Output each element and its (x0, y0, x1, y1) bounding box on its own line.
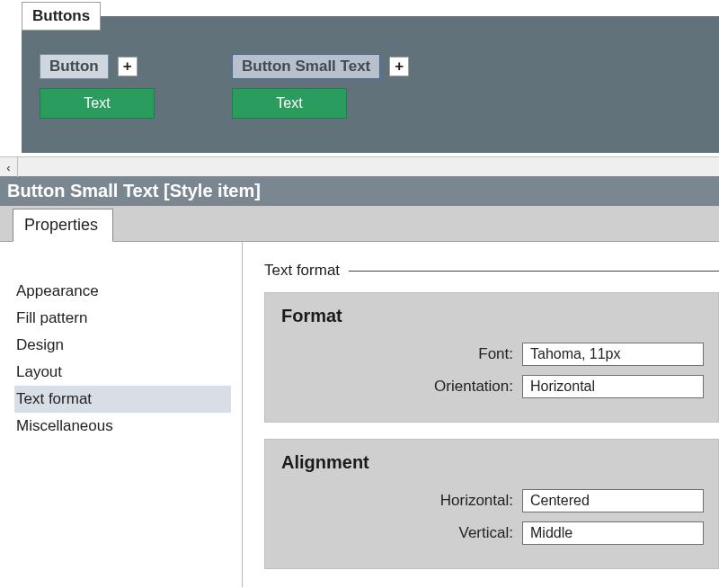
nav-item-fill-pattern[interactable]: Fill pattern (14, 305, 231, 332)
scroll-left-button[interactable]: ‹ (0, 157, 18, 177)
group-title: Format (281, 306, 704, 326)
style-canvas: Buttons Button + Text Button Small Text … (0, 0, 719, 176)
style-item-label: Button (40, 54, 109, 79)
section-title: Text format (264, 262, 340, 280)
group-title: Alignment (281, 452, 704, 473)
nav-item-layout[interactable]: Layout (14, 359, 231, 386)
canvas-tab[interactable]: Buttons (22, 2, 101, 31)
add-style-button[interactable]: + (389, 57, 409, 76)
field-value-vertical[interactable]: Middle (522, 521, 704, 545)
nav-item-design[interactable]: Design (14, 332, 231, 359)
main-split: Appearance Fill pattern Design Layout Te… (0, 242, 719, 587)
field-value-horizontal[interactable]: Centered (522, 489, 704, 512)
sample-button-text: Text (276, 95, 302, 111)
field-row-horizontal: Horizontal: Centered (281, 489, 704, 512)
nav-item-text-format[interactable]: Text format (14, 386, 231, 413)
item-header: Button Small Text [Style item] (0, 176, 719, 206)
field-row-orientation: Orientation: Horizontal (281, 375, 704, 398)
section-divider (349, 271, 719, 272)
field-label-vertical: Vertical: (281, 524, 522, 542)
horizontal-scrollbar[interactable]: ‹ (0, 156, 719, 176)
group-format: Format Font: Tahoma, 11px Orientation: H… (264, 292, 719, 423)
field-label-horizontal: Horizontal: (281, 492, 522, 510)
field-value-font[interactable]: Tahoma, 11px (522, 343, 704, 366)
field-label-font: Font: (281, 345, 522, 363)
property-content: Text format Format Font: Tahoma, 11px Or… (243, 242, 719, 587)
section-header: Text format (264, 262, 719, 280)
field-row-vertical: Vertical: Middle (281, 521, 704, 545)
style-item-button[interactable]: Button + Text (40, 54, 155, 119)
nav-item-miscellaneous[interactable]: Miscellaneous (14, 413, 231, 440)
tab-strip: Properties (0, 206, 719, 242)
chevron-left-icon: ‹ (6, 161, 10, 174)
sample-button-text: Text (84, 95, 110, 111)
style-item-label: Button Small Text (232, 54, 380, 79)
field-row-font: Font: Tahoma, 11px (281, 343, 704, 366)
style-item-button-small-text[interactable]: Button Small Text + Text (232, 54, 409, 119)
add-style-button[interactable]: + (118, 57, 138, 76)
group-alignment: Alignment Horizontal: Centered Vertical:… (264, 439, 719, 569)
nav-item-appearance[interactable]: Appearance (14, 278, 231, 305)
sample-button[interactable]: Text (40, 88, 155, 119)
canvas-surface[interactable]: Button + Text Button Small Text + Text (22, 16, 719, 153)
property-nav: Appearance Fill pattern Design Layout Te… (0, 242, 243, 587)
tab-properties[interactable]: Properties (13, 209, 113, 242)
field-value-orientation[interactable]: Horizontal (522, 375, 704, 398)
field-label-orientation: Orientation: (281, 378, 522, 396)
sample-button[interactable]: Text (232, 88, 347, 119)
